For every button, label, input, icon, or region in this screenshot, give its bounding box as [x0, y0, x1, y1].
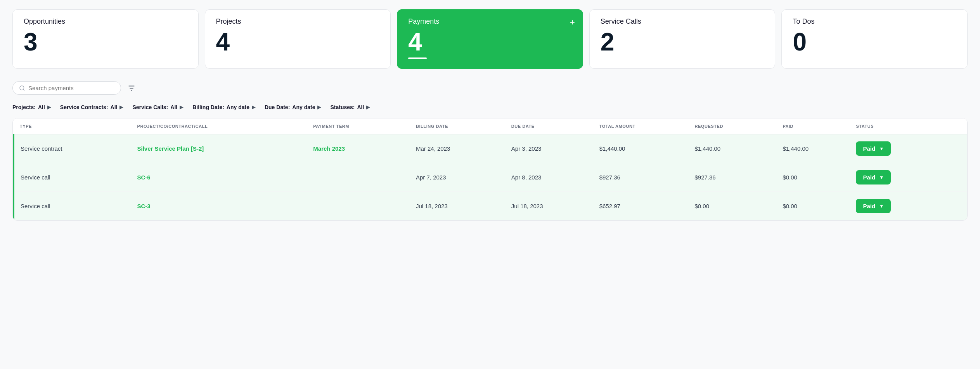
card-underline-opportunities [24, 57, 42, 59]
status-chevron: ▼ [879, 204, 884, 209]
search-wrapper [12, 81, 121, 95]
status-button[interactable]: Paid ▼ [856, 170, 891, 184]
cell-requested: $0.00 [688, 192, 776, 221]
col-header-type: TYPE [14, 118, 131, 134]
cell-billing: Mar 24, 2023 [410, 134, 505, 163]
card-opportunities[interactable]: Opportunities3 [12, 9, 199, 69]
filter-label-service-contracts: Service Contracts: [60, 104, 108, 110]
filter-service-calls[interactable]: Service Calls: All▶ [132, 104, 183, 110]
cell-due: Apr 8, 2023 [505, 163, 593, 192]
filter-chevron-statuses: ▶ [366, 104, 370, 110]
table-row: Service callSC-3Jul 18, 2023Jul 18, 2023… [14, 192, 967, 221]
cell-type: Service contract [14, 134, 131, 163]
card-title-service-calls: Service Calls [601, 17, 764, 26]
col-header-project: PROJECT/CO/CONTRACT/CALL [131, 118, 307, 134]
card-underline-projects [216, 57, 235, 59]
cell-paid: $0.00 [776, 192, 850, 221]
filter-bar: Projects: All▶Service Contracts: All▶Ser… [12, 104, 968, 110]
card-count-opportunities: 3 [24, 30, 187, 54]
cell-project[interactable]: SC-6 [131, 163, 307, 192]
cell-paid: $1,440.00 [776, 134, 850, 163]
search-icon [19, 85, 25, 91]
card-service-calls[interactable]: Service Calls2 [589, 9, 776, 69]
card-projects[interactable]: Projects4 [205, 9, 391, 69]
cell-status[interactable]: Paid ▼ [850, 192, 967, 221]
cell-due: Jul 18, 2023 [505, 192, 593, 221]
filter-value-due-date: Any date [292, 104, 315, 110]
filter-value-service-calls: All [170, 104, 177, 110]
cell-billing: Jul 18, 2023 [410, 192, 505, 221]
card-count-service-calls: 2 [601, 30, 764, 54]
card-underline [408, 57, 427, 59]
filter-icon [127, 84, 136, 92]
status-button[interactable]: Paid ▼ [856, 141, 891, 156]
cell-due: Apr 3, 2023 [505, 134, 593, 163]
project-link[interactable]: Silver Service Plan [S-2] [137, 145, 204, 152]
filter-chevron-projects: ▶ [47, 104, 51, 110]
card-plus-icon[interactable]: + [570, 17, 575, 28]
filter-billing-date[interactable]: Billing Date: Any date▶ [192, 104, 255, 110]
filter-label-projects: Projects: [12, 104, 36, 110]
project-link[interactable]: SC-3 [137, 203, 151, 209]
table-row: Service callSC-6Apr 7, 2023Apr 8, 2023$9… [14, 163, 967, 192]
cell-paid: $0.00 [776, 163, 850, 192]
cell-billing: Apr 7, 2023 [410, 163, 505, 192]
status-chevron: ▼ [879, 146, 884, 151]
search-input[interactable] [28, 85, 114, 91]
cell-project[interactable]: SC-3 [131, 192, 307, 221]
card-underline-service-calls [601, 57, 619, 59]
cards-row: Opportunities3Projects4Payments4+Service… [12, 9, 968, 69]
col-header-term: PAYMENT TERM [307, 118, 410, 134]
status-chevron: ▼ [879, 175, 884, 180]
payments-table: TYPEPROJECT/CO/CONTRACT/CALLPAYMENT TERM… [12, 118, 968, 221]
card-count-projects: 4 [216, 30, 380, 54]
cell-total: $652.97 [593, 192, 689, 221]
svg-line-1 [23, 89, 24, 91]
cell-requested: $1,440.00 [688, 134, 776, 163]
project-link[interactable]: March 2023 [313, 145, 345, 152]
filter-label-due-date: Due Date: [265, 104, 290, 110]
cell-requested: $927.36 [688, 163, 776, 192]
col-header-due: DUE DATE [505, 118, 593, 134]
filter-value-service-contracts: All [111, 104, 118, 110]
filter-chevron-due-date: ▶ [317, 104, 321, 110]
filter-value-billing-date: Any date [227, 104, 249, 110]
table-header-row: TYPEPROJECT/CO/CONTRACT/CALLPAYMENT TERM… [14, 118, 967, 134]
card-underline-todos [793, 57, 811, 59]
filter-chevron-service-contracts: ▶ [119, 104, 123, 110]
filter-button[interactable] [127, 84, 136, 92]
filter-service-contracts[interactable]: Service Contracts: All▶ [60, 104, 123, 110]
col-header-paid: PAID [776, 118, 850, 134]
filter-label-service-calls: Service Calls: [132, 104, 168, 110]
filter-label-billing-date: Billing Date: [192, 104, 224, 110]
project-link[interactable]: SC-6 [137, 174, 151, 181]
card-title-todos: To Dos [793, 17, 956, 26]
status-button[interactable]: Paid ▼ [856, 199, 891, 213]
col-header-total: TOTAL AMOUNT [593, 118, 689, 134]
cell-term [307, 192, 410, 221]
filter-chevron-billing-date: ▶ [252, 104, 255, 110]
cell-status[interactable]: Paid ▼ [850, 163, 967, 192]
filter-value-statuses: All [357, 104, 364, 110]
filter-due-date[interactable]: Due Date: Any date▶ [265, 104, 321, 110]
filter-value-projects: All [38, 104, 45, 110]
cell-term [307, 163, 410, 192]
table-body: Service contractSilver Service Plan [S-2… [14, 134, 967, 221]
cell-term[interactable]: March 2023 [307, 134, 410, 163]
col-header-status: STATUS [850, 118, 967, 134]
cell-status[interactable]: Paid ▼ [850, 134, 967, 163]
cell-project[interactable]: Silver Service Plan [S-2] [131, 134, 307, 163]
col-header-billing: BILLING DATE [410, 118, 505, 134]
table-row: Service contractSilver Service Plan [S-2… [14, 134, 967, 163]
card-count-payments: 4 [408, 30, 572, 54]
card-payments[interactable]: Payments4+ [397, 9, 583, 69]
col-header-requested: REQUESTED [688, 118, 776, 134]
cell-type: Service call [14, 163, 131, 192]
cell-total: $927.36 [593, 163, 689, 192]
card-todos[interactable]: To Dos0 [781, 9, 968, 69]
svg-point-0 [20, 86, 24, 90]
card-title-payments: Payments [408, 17, 572, 26]
card-title-projects: Projects [216, 17, 380, 26]
filter-projects[interactable]: Projects: All▶ [12, 104, 51, 110]
filter-statuses[interactable]: Statuses: All▶ [330, 104, 370, 110]
